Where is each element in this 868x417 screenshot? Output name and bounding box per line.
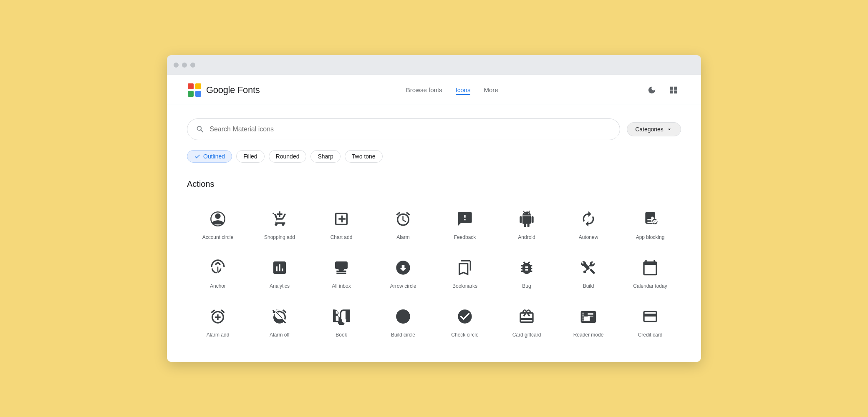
icon-item-arrow-circle[interactable]: Arrow circle bbox=[372, 248, 434, 296]
build-circle-icon bbox=[393, 306, 413, 327]
arrow-circle-icon bbox=[393, 258, 413, 278]
alarm-icon bbox=[393, 209, 413, 229]
check-circle-icon bbox=[455, 306, 475, 327]
icon-label-account-circle: Account circle bbox=[202, 234, 234, 241]
icon-item-analytics[interactable]: Analytics bbox=[249, 248, 310, 296]
account-circle-icon bbox=[208, 209, 228, 229]
icon-label-shopping-add: Shopping add bbox=[264, 234, 295, 241]
icon-item-app-blocking[interactable]: App blocking bbox=[619, 199, 681, 248]
browser-window: Google Fonts Browse fonts Icons More bbox=[167, 55, 701, 362]
svg-rect-0 bbox=[188, 83, 194, 89]
nav-more[interactable]: More bbox=[484, 85, 498, 95]
chart-add-icon bbox=[331, 209, 351, 229]
icon-item-account-circle[interactable]: Account circle bbox=[187, 199, 249, 248]
bookmarks-icon bbox=[455, 258, 475, 278]
alarm-add-icon bbox=[208, 306, 228, 327]
icon-label-autonew: Autonew bbox=[579, 234, 598, 241]
icon-item-alarm[interactable]: Alarm bbox=[372, 199, 434, 248]
nav-links: Browse fonts Icons More bbox=[406, 85, 498, 95]
icon-item-card-giftcard[interactable]: Card giftcard bbox=[496, 296, 558, 345]
icon-item-alarm-add[interactable]: Alarm add bbox=[187, 296, 249, 345]
icon-label-analytics: Analytics bbox=[270, 283, 290, 290]
content-area: Actions Account circle Shopping add bbox=[167, 179, 701, 362]
feedback-icon bbox=[455, 209, 475, 229]
icon-label-android: Android bbox=[518, 234, 535, 241]
svg-rect-1 bbox=[195, 83, 201, 89]
icon-item-bug[interactable]: Bug bbox=[496, 248, 558, 296]
grid-icon bbox=[669, 85, 678, 95]
chip-outlined[interactable]: Outlined bbox=[187, 150, 232, 163]
chip-two-tone[interactable]: Two tone bbox=[345, 150, 383, 163]
icon-item-all-inbox[interactable]: All inbox bbox=[310, 248, 372, 296]
icon-item-chart-add[interactable]: Chart add bbox=[310, 199, 372, 248]
icon-label-alarm-add: Alarm add bbox=[207, 332, 230, 339]
icons-grid: Account circle Shopping add Chart add bbox=[187, 199, 681, 345]
build-icon bbox=[578, 258, 598, 278]
icon-item-alarm-off[interactable]: Alarm off bbox=[249, 296, 310, 345]
search-and-categories: Categories bbox=[187, 118, 681, 140]
icon-label-bug: Bug bbox=[522, 283, 531, 290]
theme-icon bbox=[647, 85, 656, 95]
icon-label-alarm-off: Alarm off bbox=[270, 332, 290, 339]
bug-icon bbox=[517, 258, 537, 278]
icon-item-autonew[interactable]: Autonew bbox=[558, 199, 619, 248]
google-fonts-logo-icon bbox=[187, 83, 202, 98]
nav-actions bbox=[644, 83, 681, 98]
theme-toggle-button[interactable] bbox=[644, 83, 659, 98]
anchor-icon bbox=[208, 258, 228, 278]
icon-item-check-circle[interactable]: Check circle bbox=[434, 296, 496, 345]
all-inbox-icon bbox=[331, 258, 351, 278]
icon-label-build: Build bbox=[583, 283, 594, 290]
icon-item-android[interactable]: Android bbox=[496, 199, 558, 248]
reader-mode-icon bbox=[578, 306, 598, 327]
search-bar bbox=[187, 118, 620, 140]
icon-label-book: Book bbox=[336, 332, 347, 339]
icon-label-bookmarks: Bookmarks bbox=[452, 283, 477, 290]
icon-item-book[interactable]: Book bbox=[310, 296, 372, 345]
search-input[interactable] bbox=[209, 126, 611, 133]
logo-text: Google Fonts bbox=[206, 85, 260, 95]
icon-item-anchor[interactable]: Anchor bbox=[187, 248, 249, 296]
icon-item-calendar-today[interactable]: Calendar today bbox=[619, 248, 681, 296]
icon-item-credit-card[interactable]: Credit card bbox=[619, 296, 681, 345]
filter-chips: Outlined Filled Rounded Sharp Two tone bbox=[167, 147, 701, 173]
icon-item-feedback[interactable]: Feedback bbox=[434, 199, 496, 248]
chip-rounded[interactable]: Rounded bbox=[269, 150, 307, 163]
autonew-icon bbox=[578, 209, 598, 229]
icon-item-reader-mode[interactable]: Reader mode bbox=[558, 296, 619, 345]
svg-rect-3 bbox=[195, 91, 201, 97]
shopping-add-icon bbox=[270, 209, 290, 229]
icon-label-feedback: Feedback bbox=[454, 234, 476, 241]
categories-button[interactable]: Categories bbox=[627, 122, 681, 136]
grid-view-button[interactable] bbox=[666, 83, 681, 98]
header: Google Fonts Browse fonts Icons More bbox=[167, 75, 701, 105]
icon-item-build[interactable]: Build bbox=[558, 248, 619, 296]
icon-label-arrow-circle: Arrow circle bbox=[390, 283, 416, 290]
card-giftcard-icon bbox=[517, 306, 537, 327]
icon-label-app-blocking: App blocking bbox=[636, 234, 665, 241]
chip-sharp[interactable]: Sharp bbox=[310, 150, 340, 163]
svg-rect-2 bbox=[188, 91, 194, 97]
credit-card-icon bbox=[640, 306, 660, 327]
android-icon bbox=[517, 209, 537, 229]
icon-label-all-inbox: All inbox bbox=[332, 283, 351, 290]
browser-chrome bbox=[167, 55, 701, 75]
logo-area: Google Fonts bbox=[187, 83, 260, 98]
icon-label-anchor: Anchor bbox=[210, 283, 226, 290]
icon-item-bookmarks[interactable]: Bookmarks bbox=[434, 248, 496, 296]
chip-filled[interactable]: Filled bbox=[236, 150, 264, 163]
browser-dot-yellow bbox=[182, 63, 187, 68]
icon-label-alarm: Alarm bbox=[396, 234, 409, 241]
browser-dot-green bbox=[190, 63, 195, 68]
icon-label-chart-add: Chart add bbox=[331, 234, 353, 241]
nav-browse-fonts[interactable]: Browse fonts bbox=[406, 85, 442, 95]
icon-item-build-circle[interactable]: Build circle bbox=[372, 296, 434, 345]
nav-icons[interactable]: Icons bbox=[456, 85, 471, 95]
analytics-icon bbox=[270, 258, 290, 278]
search-section: Categories bbox=[167, 105, 701, 147]
icon-item-shopping-add[interactable]: Shopping add bbox=[249, 199, 310, 248]
icon-label-credit-card: Credit card bbox=[638, 332, 663, 339]
chevron-down-icon bbox=[666, 126, 673, 133]
browser-content: Google Fonts Browse fonts Icons More bbox=[167, 75, 701, 362]
check-icon bbox=[194, 153, 201, 160]
